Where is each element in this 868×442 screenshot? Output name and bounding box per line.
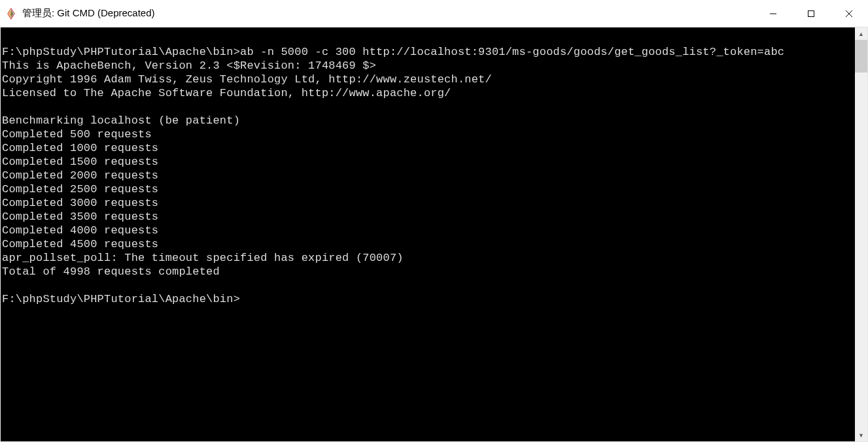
terminal-line: F:\phpStudy\PHPTutorial\Apache\bin> bbox=[2, 292, 855, 306]
terminal-line: Total of 4998 requests completed bbox=[2, 265, 855, 279]
terminal-line bbox=[2, 31, 855, 45]
terminal-line: Completed 2500 requests bbox=[2, 182, 855, 196]
terminal-line: Copyright 1996 Adam Twiss, Zeus Technolo… bbox=[2, 73, 855, 86]
terminal-line: Completed 2000 requests bbox=[2, 169, 855, 182]
svg-rect-5 bbox=[808, 10, 814, 16]
maximize-button[interactable] bbox=[792, 0, 830, 27]
app-icon bbox=[5, 8, 17, 20]
terminal-line: This is ApacheBench, Version 2.3 <$Revis… bbox=[2, 59, 855, 73]
terminal-line: Completed 3000 requests bbox=[2, 196, 855, 210]
terminal-line: Benchmarking localhost (be patient) bbox=[2, 114, 855, 128]
terminal-output[interactable]: F:\phpStudy\PHPTutorial\Apache\bin>ab -n… bbox=[1, 27, 855, 441]
terminal-line: apr_pollset_poll: The timeout specified … bbox=[2, 251, 855, 265]
terminal-line bbox=[2, 279, 855, 292]
window-controls bbox=[754, 0, 868, 27]
scroll-up-arrow-icon[interactable]: ▲ bbox=[855, 27, 867, 40]
vertical-scrollbar[interactable]: ▲ ▼ bbox=[855, 27, 867, 441]
scroll-down-arrow-icon[interactable]: ▼ bbox=[855, 429, 867, 441]
terminal-line: Completed 1500 requests bbox=[2, 155, 855, 169]
terminal-line: Completed 4000 requests bbox=[2, 224, 855, 237]
terminal-line: Licensed to The Apache Software Foundati… bbox=[2, 86, 855, 100]
terminal-line bbox=[2, 100, 855, 114]
terminal-line: Completed 500 requests bbox=[2, 128, 855, 141]
terminal-line: Completed 1000 requests bbox=[2, 141, 855, 155]
window-titlebar: 管理员: Git CMD (Deprecated) bbox=[0, 0, 868, 27]
minimize-button[interactable] bbox=[754, 0, 792, 27]
scrollbar-track[interactable] bbox=[855, 40, 867, 429]
terminal-line: F:\phpStudy\PHPTutorial\Apache\bin>ab -n… bbox=[2, 45, 855, 59]
close-button[interactable] bbox=[830, 0, 868, 27]
terminal-line: Completed 3500 requests bbox=[2, 210, 855, 224]
scrollbar-thumb[interactable] bbox=[855, 40, 867, 73]
terminal-wrapper: F:\phpStudy\PHPTutorial\Apache\bin>ab -n… bbox=[0, 27, 868, 442]
terminal-line: Completed 4500 requests bbox=[2, 237, 855, 251]
window-title: 管理员: Git CMD (Deprecated) bbox=[22, 7, 754, 20]
